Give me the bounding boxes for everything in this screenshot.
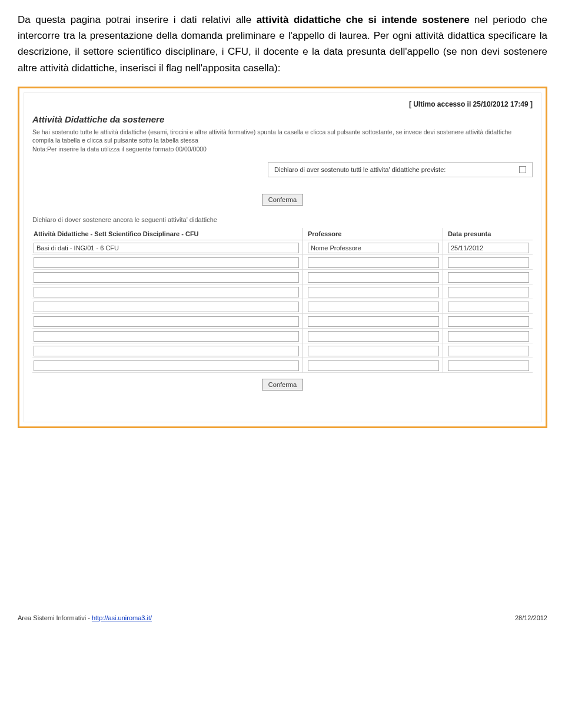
input-professore[interactable] xyxy=(308,302,439,312)
input-attivita[interactable] xyxy=(34,257,299,268)
declare-done-checkbox[interactable] xyxy=(519,166,526,173)
confirm-button-top[interactable]: Conferma xyxy=(262,194,303,206)
input-attivita[interactable] xyxy=(34,272,299,283)
input-attivita[interactable] xyxy=(34,316,299,327)
declare-done-label: Dichiaro di aver sostenuto tutti le atti… xyxy=(274,166,446,173)
instructions-line1: Se hai sostenuto tutte le attività didat… xyxy=(32,128,533,145)
table-row xyxy=(32,284,533,299)
input-professore[interactable] xyxy=(308,316,439,327)
section-title: Attività Didattiche da sostenere xyxy=(32,114,533,124)
table-row xyxy=(32,343,533,358)
declare-done-box: Dichiaro di aver sostenuto tutti le atti… xyxy=(268,162,533,177)
table-header-row: Attività Didattiche - Sett Scientifico D… xyxy=(32,228,533,240)
footer-left: Area Sistemi Informativi - http://asi.un… xyxy=(18,614,152,621)
instructions-line2: Nota:Per inserire la data utilizza il se… xyxy=(32,145,533,154)
input-attivita[interactable] xyxy=(34,243,299,253)
input-professore[interactable] xyxy=(308,287,439,297)
panel-outer: [ Ultimo accesso il 25/10/2012 17:49 ] A… xyxy=(18,87,547,428)
input-data-presunta[interactable] xyxy=(448,272,529,283)
input-attivita[interactable] xyxy=(34,331,299,342)
table-row xyxy=(32,240,533,255)
intro-text-1b: attività didattiche che si intende soste… xyxy=(257,14,470,25)
footer-right: 28/12/2012 xyxy=(515,614,547,621)
input-attivita[interactable] xyxy=(34,346,299,356)
input-data-presunta[interactable] xyxy=(448,346,529,356)
table-row xyxy=(32,314,533,329)
input-data-presunta[interactable] xyxy=(448,302,529,312)
input-data-presunta[interactable] xyxy=(448,243,529,253)
input-attivita[interactable] xyxy=(34,302,299,312)
header-data-presunta: Data presunta xyxy=(443,228,533,240)
footer-link[interactable]: http://asi.uniroma3.it/ xyxy=(92,614,152,621)
input-data-presunta[interactable] xyxy=(448,287,529,297)
header-attivita: Attività Didattiche - Sett Scientifico D… xyxy=(32,228,303,240)
confirm-button-bottom[interactable]: Conferma xyxy=(262,379,303,391)
input-data-presunta[interactable] xyxy=(448,331,529,342)
panel-inner: [ Ultimo accesso il 25/10/2012 17:49 ] A… xyxy=(24,92,541,422)
input-attivita[interactable] xyxy=(34,360,299,371)
table-row xyxy=(32,255,533,270)
input-attivita[interactable] xyxy=(34,287,299,297)
input-professore[interactable] xyxy=(308,360,439,371)
input-professore[interactable] xyxy=(308,331,439,342)
instructions-block: Se hai sostenuto tutte le attività didat… xyxy=(32,128,533,154)
table-row xyxy=(32,299,533,314)
table-row xyxy=(32,329,533,343)
input-data-presunta[interactable] xyxy=(448,257,529,268)
input-professore[interactable] xyxy=(308,243,439,253)
declare-pending-label: Dichiaro di dover sostenere ancora le se… xyxy=(32,216,533,223)
page-footer: Area Sistemi Informativi - http://asi.un… xyxy=(0,611,565,630)
footer-left-prefix: Area Sistemi Informativi - xyxy=(18,614,92,621)
input-data-presunta[interactable] xyxy=(448,360,529,371)
table-row xyxy=(32,270,533,284)
intro-text-1a: Da questa pagina potrai inserire i dati … xyxy=(18,14,257,25)
input-professore[interactable] xyxy=(308,257,439,268)
header-professore: Professore xyxy=(303,228,443,240)
input-professore[interactable] xyxy=(308,346,439,356)
input-data-presunta[interactable] xyxy=(448,316,529,327)
last-access-label: [ Ultimo accesso il 25/10/2012 17:49 ] xyxy=(32,100,533,108)
input-professore[interactable] xyxy=(308,272,439,283)
activities-table: Attività Didattiche - Sett Scientifico D… xyxy=(32,228,533,373)
table-row xyxy=(32,358,533,373)
intro-paragraphs: Da questa pagina potrai inserire i dati … xyxy=(18,12,547,76)
